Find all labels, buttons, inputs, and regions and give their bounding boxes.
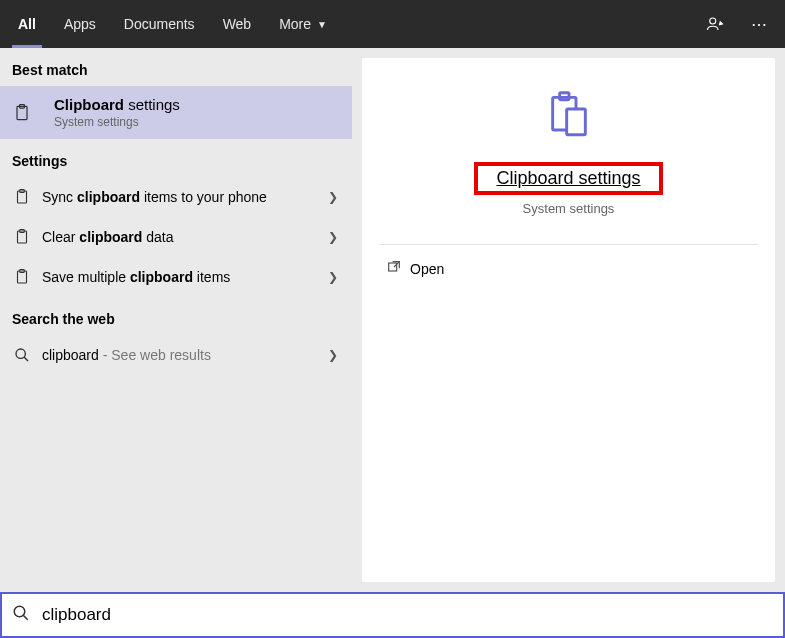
open-label: Open xyxy=(410,261,444,277)
svg-rect-13 xyxy=(566,109,585,135)
tab-apps-label: Apps xyxy=(64,16,96,32)
settings-row-save-multiple[interactable]: Save multiple clipboard items ❯ xyxy=(0,257,352,297)
tab-documents[interactable]: Documents xyxy=(110,0,209,48)
best-match-result[interactable]: Clipboard settings System settings xyxy=(0,86,352,139)
clipboard-large-icon xyxy=(541,88,597,148)
tab-all-label: All xyxy=(18,16,36,32)
clipboard-icon xyxy=(12,188,32,206)
settings-group-label: Settings xyxy=(0,139,352,177)
clipboard-icon xyxy=(12,228,32,246)
search-input[interactable] xyxy=(36,605,773,625)
tab-all[interactable]: All xyxy=(4,0,50,48)
chevron-right-icon: ❯ xyxy=(328,348,338,362)
best-match-title: Clipboard settings xyxy=(54,96,180,113)
settings-row-clear[interactable]: Clear clipboard data ❯ xyxy=(0,217,352,257)
tab-bar: All Apps Documents Web More▼ ⋯ xyxy=(0,0,785,48)
tab-web-label: Web xyxy=(223,16,252,32)
chevron-right-icon: ❯ xyxy=(328,190,338,204)
feedback-icon[interactable] xyxy=(693,0,737,48)
best-match-sub: System settings xyxy=(54,115,180,129)
svg-line-10 xyxy=(24,357,28,361)
svg-point-0 xyxy=(710,18,716,24)
chevron-right-icon: ❯ xyxy=(328,270,338,284)
row-text: Sync clipboard items to your phone xyxy=(42,189,267,205)
svg-line-16 xyxy=(23,615,28,620)
svg-point-15 xyxy=(14,606,25,617)
tab-apps[interactable]: Apps xyxy=(50,0,110,48)
preview-title[interactable]: Clipboard settings xyxy=(496,168,640,189)
clipboard-icon xyxy=(12,102,32,124)
search-icon xyxy=(12,604,36,626)
tab-documents-label: Documents xyxy=(124,16,195,32)
search-web-row[interactable]: clipboard - See web results ❯ xyxy=(0,335,352,375)
open-action[interactable]: Open xyxy=(362,245,775,292)
preview-title-highlight: Clipboard settings xyxy=(474,162,662,195)
search-bar[interactable] xyxy=(0,592,785,638)
preview-panel: Clipboard settings System settings Open xyxy=(362,58,775,582)
open-icon xyxy=(386,259,410,278)
search-web-group-label: Search the web xyxy=(0,297,352,335)
tab-more[interactable]: More▼ xyxy=(265,0,341,48)
svg-rect-14 xyxy=(389,263,397,271)
tab-more-label: More xyxy=(279,16,311,32)
search-icon xyxy=(12,347,32,363)
row-text: clipboard - See web results xyxy=(42,347,211,363)
clipboard-icon xyxy=(12,268,32,286)
row-text: Save multiple clipboard items xyxy=(42,269,230,285)
chevron-right-icon: ❯ xyxy=(328,230,338,244)
preview-subtitle: System settings xyxy=(523,201,615,216)
tab-web[interactable]: Web xyxy=(209,0,266,48)
more-options-icon[interactable]: ⋯ xyxy=(737,0,781,48)
best-match-label: Best match xyxy=(0,48,352,86)
preview-panel-container: Clipboard settings System settings Open xyxy=(352,48,785,592)
results-panel: Best match Clipboard settings System set… xyxy=(0,48,352,592)
settings-row-sync[interactable]: Sync clipboard items to your phone ❯ xyxy=(0,177,352,217)
row-text: Clear clipboard data xyxy=(42,229,174,245)
chevron-down-icon: ▼ xyxy=(317,19,327,30)
svg-point-9 xyxy=(16,349,25,358)
